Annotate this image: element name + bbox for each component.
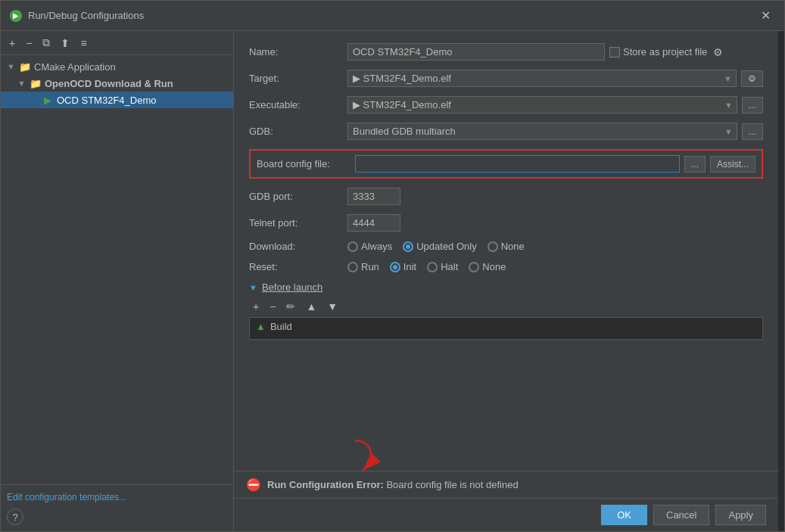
name-input[interactable]: [347, 43, 605, 61]
download-radio-group: Always Updated Only None: [347, 241, 525, 252]
error-icon: ⛔: [246, 478, 261, 492]
tree-item-openocd[interactable]: ▼ 📁 OpenOCD Download & Run: [1, 75, 233, 92]
launch-toolbar: + − ✏ ▲ ▼: [249, 299, 763, 314]
target-row: Target: ▶ STM32F4_Demo.elf ▼ ⚙: [249, 70, 763, 87]
reset-none-radio[interactable]: [469, 262, 479, 272]
board-config-row: Board config file: ... Assist...: [249, 149, 763, 179]
launch-up-button[interactable]: ▲: [302, 299, 320, 314]
move-config-button[interactable]: ⬆: [57, 35, 73, 51]
reset-halt-label[interactable]: Halt: [427, 261, 458, 272]
help-button[interactable]: ?: [7, 509, 23, 525]
tree-item-ocd-demo[interactable]: ▶ OCD STM32F4_Demo: [1, 92, 233, 108]
edit-templates-link[interactable]: Edit configuration templates...: [7, 492, 126, 502]
tree-item-openocd-label: OpenOCD Download & Run: [45, 78, 173, 89]
launch-list: ▲ Build: [249, 317, 763, 340]
gdb-port-control: [347, 188, 763, 205]
scrollbar[interactable]: [778, 31, 784, 531]
telnet-port-control: [347, 214, 763, 232]
cancel-button[interactable]: Cancel: [653, 505, 709, 525]
dialog-icon: ▶: [10, 10, 22, 22]
download-none-label[interactable]: None: [488, 241, 525, 252]
reset-none-label[interactable]: None: [469, 261, 506, 272]
remove-config-button[interactable]: −: [22, 35, 36, 51]
reset-run-radio[interactable]: [347, 262, 358, 272]
launch-down-button[interactable]: ▼: [323, 299, 341, 314]
error-text: Run Configuration Error: Board config fi…: [267, 479, 519, 490]
error-banner: ⛔ Run Configuration Error: Board config …: [234, 471, 778, 498]
gdb-label: GDB:: [249, 126, 347, 137]
telnet-port-input[interactable]: [347, 214, 400, 232]
tree-item-ocd-label: OCD STM32F4_Demo: [57, 95, 156, 106]
assist-button[interactable]: Assist...: [710, 156, 755, 173]
apply-button[interactable]: Apply: [715, 505, 766, 525]
launch-remove-button[interactable]: −: [266, 299, 279, 314]
config-tree: ▼ 📁 CMake Application ▼ 📁 OpenOCD Downlo…: [1, 55, 233, 273]
content-area: + − ⧉ ⬆ ≡ ▼ 📁 CMake Application ▼ 📁 Open…: [1, 31, 784, 531]
reset-run-label[interactable]: Run: [347, 261, 379, 272]
download-always-label[interactable]: Always: [347, 241, 392, 252]
right-panel: Name: Store as project file ⚙ Target:: [234, 31, 778, 531]
target-dropdown-container: ▶ STM32F4_Demo.elf ▼: [347, 70, 737, 87]
before-launch-section: ▼ Before launch + − ✏ ▲ ▼ ▲ Build: [249, 282, 763, 340]
reset-init-label[interactable]: Init: [390, 261, 416, 272]
name-label: Name:: [249, 46, 347, 58]
target-control: ▶ STM32F4_Demo.elf ▼ ⚙: [347, 70, 763, 87]
gdb-row: GDB: Bundled GDB multiarch ▼ ...: [249, 123, 763, 140]
add-config-button[interactable]: +: [5, 35, 19, 51]
gdb-port-input[interactable]: [347, 188, 400, 205]
executable-browse-button[interactable]: ...: [742, 97, 763, 114]
download-always-radio[interactable]: [347, 241, 358, 252]
reset-halt-radio[interactable]: [427, 262, 438, 272]
launch-edit-button[interactable]: ✏: [282, 299, 299, 314]
executable-dropdown[interactable]: ▶ STM32F4_Demo.elf: [347, 96, 737, 114]
tree-item-cmake[interactable]: ▼ 📁 CMake Application: [1, 58, 233, 75]
error-container: ⛔ Run Configuration Error: Board config …: [234, 471, 778, 498]
reset-row: Reset: Run Init Halt: [249, 261, 763, 272]
board-browse-button[interactable]: ...: [684, 156, 706, 173]
expand-cmake-icon: ▼: [7, 62, 16, 71]
form-area: Name: Store as project file ⚙ Target:: [234, 31, 778, 471]
download-none-radio[interactable]: [488, 241, 498, 252]
copy-config-button[interactable]: ⧉: [39, 34, 54, 51]
download-updated-label[interactable]: Updated Only: [403, 241, 477, 252]
error-message: Board config file is not defined: [386, 479, 518, 490]
name-control: Store as project file ⚙: [347, 43, 763, 61]
left-footer: Edit configuration templates... ?: [1, 484, 233, 531]
store-project-checkbox[interactable]: [609, 47, 620, 58]
telnet-port-label: Telnet port:: [249, 217, 347, 229]
openocd-folder-icon: 📁: [30, 77, 42, 89]
error-prefix: Run Configuration Error:: [267, 479, 384, 490]
tree-item-cmake-label: CMake Application: [34, 61, 116, 73]
left-panel: + − ⧉ ⬆ ≡ ▼ 📁 CMake Application ▼ 📁 Open…: [1, 31, 234, 531]
reset-halt-text: Halt: [441, 261, 458, 272]
target-dropdown[interactable]: ▶ STM32F4_Demo.elf: [347, 70, 737, 87]
board-config-input[interactable]: [355, 155, 680, 173]
download-updated-radio[interactable]: [403, 241, 413, 252]
reset-label: Reset:: [249, 261, 347, 272]
build-icon: ▲: [256, 321, 266, 332]
footer-right: OK Cancel Apply: [601, 505, 766, 525]
launch-add-button[interactable]: +: [249, 299, 263, 314]
before-launch-header: ▼ Before launch: [249, 282, 763, 293]
gdb-port-label: GDB port:: [249, 191, 347, 202]
target-gear-button[interactable]: ⚙: [741, 70, 763, 87]
store-project-label: Store as project file: [609, 46, 707, 58]
before-launch-expand-icon[interactable]: ▼: [249, 283, 257, 292]
launch-build-item[interactable]: ▲ Build: [250, 318, 762, 335]
ok-button[interactable]: OK: [601, 505, 647, 525]
reset-none-text: None: [482, 261, 506, 272]
gdb-browse-button[interactable]: ...: [742, 123, 763, 140]
close-button[interactable]: ✕: [756, 7, 775, 24]
gdb-control: Bundled GDB multiarch ▼ ...: [347, 123, 763, 140]
reset-init-radio[interactable]: [390, 262, 400, 272]
sort-config-button[interactable]: ≡: [76, 35, 90, 51]
download-updated-text: Updated Only: [416, 241, 477, 252]
target-label: Target:: [249, 73, 347, 84]
telnet-port-row: Telnet port:: [249, 214, 763, 232]
store-gear-button[interactable]: ⚙: [712, 45, 724, 60]
gdb-dropdown[interactable]: Bundled GDB multiarch: [347, 123, 737, 140]
expand-openocd-icon: ▼: [17, 79, 26, 88]
board-config-control: ... Assist...: [355, 155, 755, 173]
dialog-footer: OK Cancel Apply: [234, 498, 778, 531]
executable-dropdown-container: ▶ STM32F4_Demo.elf ▼: [347, 96, 737, 114]
